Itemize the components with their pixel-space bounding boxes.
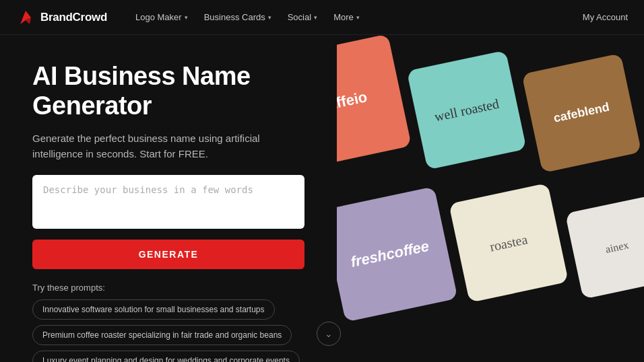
nav-item-logo-maker[interactable]: Logo Maker ▾	[129, 8, 195, 26]
prompt-chips: Innovative software solution for small b…	[32, 299, 304, 362]
page-title: AI Business Name Generator	[32, 62, 304, 120]
generate-button[interactable]: GENERATE	[32, 240, 304, 269]
my-account-link[interactable]: My Account	[583, 12, 628, 22]
prompt-chip-2[interactable]: Luxury event planning and design for wed…	[32, 351, 300, 362]
card-text-cafeblend: cafeblend	[544, 92, 618, 134]
logo-card-caffeio[interactable]: caffeio	[337, 35, 412, 170]
chevron-down-icon: ▾	[314, 14, 317, 21]
nav-label-logo-maker: Logo Maker	[135, 12, 182, 22]
scroll-down-button[interactable]: ⌄	[317, 322, 341, 346]
card-text-roastea: roastea	[480, 223, 537, 262]
logo-card-cafeblend[interactable]: cafeblend	[521, 53, 641, 173]
nav-item-business-cards[interactable]: Business Cards ▾	[197, 8, 278, 26]
nav-label-business-cards: Business Cards	[204, 12, 265, 22]
business-description-input[interactable]	[32, 175, 304, 229]
chevron-down-icon: ▾	[185, 14, 188, 21]
input-area	[32, 175, 304, 231]
logo-card-well-roasted[interactable]: well roasted	[407, 50, 527, 170]
brandcrowd-logo-icon	[16, 8, 35, 27]
nav-item-social[interactable]: Social ▾	[281, 8, 324, 26]
card-text-caffeio: caffeio	[337, 80, 377, 123]
prompt-chip-0[interactable]: Innovative software solution for small b…	[32, 299, 275, 320]
prompts-label: Try these prompts:	[32, 283, 304, 293]
chevron-down-icon: ⌄	[325, 328, 333, 339]
nav-label-social: Social	[288, 12, 311, 22]
chevron-down-icon: ▾	[356, 14, 360, 21]
card-text-well-roasted: well roasted	[425, 87, 509, 133]
logo-card-ainex[interactable]: ainex	[565, 195, 644, 299]
card-text-freshcoffee: freshcoffee	[341, 229, 439, 279]
nav-item-more[interactable]: More ▾	[327, 8, 366, 26]
logo-cards-container: caffeio well roasted cafeblend freshcoff…	[337, 35, 644, 362]
brand-logo[interactable]: BrandCrowd	[16, 8, 107, 27]
chevron-down-icon: ▾	[268, 14, 271, 21]
logo-card-roastea[interactable]: roastea	[449, 183, 569, 303]
main-content: AI Business Name Generator Generate the …	[0, 35, 644, 362]
page-subtitle: Generate the perfect business name using…	[32, 131, 288, 161]
logo-card-freshcoffee[interactable]: freshcoffee	[337, 186, 458, 322]
prompt-chip-1[interactable]: Premium coffee roaster specializing in f…	[32, 325, 292, 345]
nav-label-more: More	[333, 12, 354, 22]
left-panel: AI Business Name Generator Generate the …	[0, 35, 337, 362]
navbar: BrandCrowd Logo Maker ▾ Business Cards ▾…	[0, 0, 644, 35]
right-panel: caffeio well roasted cafeblend freshcoff…	[337, 35, 644, 362]
nav-menu: Logo Maker ▾ Business Cards ▾ Social ▾ M…	[129, 8, 583, 26]
card-text-ainex: ainex	[596, 231, 638, 264]
brand-name-text: BrandCrowd	[40, 11, 107, 24]
